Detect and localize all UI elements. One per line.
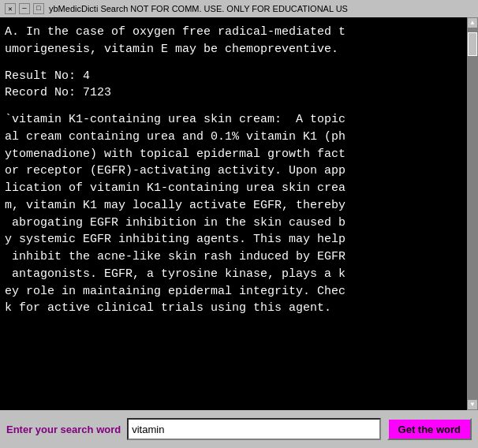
title-bar-buttons[interactable]: ✕ ─ □ xyxy=(5,3,44,14)
paragraph-2: `vitamin K1-containing urea skin cream: … xyxy=(5,111,461,317)
scrollbar[interactable]: ▲ ▼ xyxy=(467,17,478,410)
maximize-button[interactable]: □ xyxy=(33,3,44,14)
close-button[interactable]: ✕ xyxy=(5,3,16,14)
main-content: A. In the case of oxygen free radical-me… xyxy=(0,17,478,410)
minimize-button[interactable]: ─ xyxy=(19,3,30,14)
footer: Enter your search word Get the word xyxy=(0,410,478,448)
search-label: Enter your search word xyxy=(6,424,121,435)
window-title: ybMedicDicti Search NOT FOR COMM. USE. O… xyxy=(49,4,348,13)
scrollbar-track[interactable] xyxy=(467,28,478,399)
paragraph-1: A. In the case of oxygen free radical-me… xyxy=(5,24,461,58)
result-no: Result No: 4 xyxy=(5,68,461,85)
text-content: A. In the case of oxygen free radical-me… xyxy=(5,24,473,317)
scroll-down-arrow[interactable]: ▼ xyxy=(467,399,478,410)
scroll-up-arrow[interactable]: ▲ xyxy=(467,17,478,28)
search-input[interactable] xyxy=(127,418,380,440)
get-word-button[interactable]: Get the word xyxy=(387,418,472,440)
result-info: Result No: 4 Record No: 7123 xyxy=(5,68,461,103)
title-bar: ✕ ─ □ ybMedicDicti Search NOT FOR COMM. … xyxy=(0,0,478,17)
scrollbar-thumb[interactable] xyxy=(468,32,477,56)
record-no: Record No: 7123 xyxy=(5,84,461,102)
